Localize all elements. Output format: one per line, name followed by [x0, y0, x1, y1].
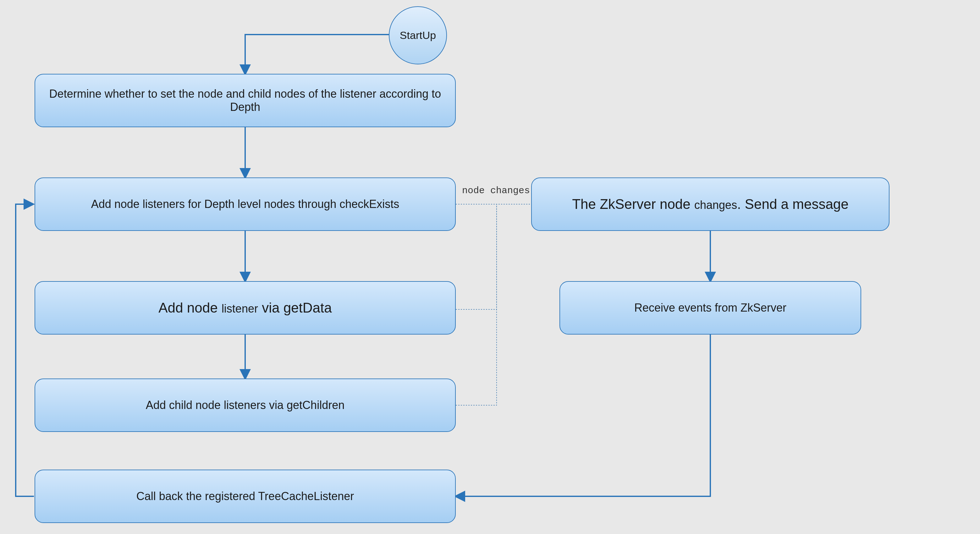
node-get-children-label: Add child node listeners via getChildren — [146, 399, 344, 412]
node-receive-events: Receive events from ZkServer — [560, 281, 861, 335]
node-zkserver-change: The ZkServer node changes. Send a messag… — [531, 178, 889, 231]
node-check-exists-label: Add node listeners for Depth level nodes… — [91, 197, 399, 211]
node-get-data-label: Add node listener via getData — [158, 300, 332, 316]
node-determine-label: Determine whether to set the node and ch… — [44, 87, 446, 114]
node-determine: Determine whether to set the node and ch… — [35, 74, 456, 127]
node-check-exists: Add node listeners for Depth level nodes… — [35, 178, 456, 231]
node-get-children: Add child node listeners via getChildren — [35, 378, 456, 432]
node-callback-label: Call back the registered TreeCacheListen… — [137, 490, 354, 503]
node-zkserver-change-label: The ZkServer node changes. Send a messag… — [572, 196, 849, 212]
node-receive-events-label: Receive events from ZkServer — [634, 301, 786, 315]
node-get-data: Add node listener via getData — [35, 281, 456, 335]
node-callback: Call back the registered TreeCacheListen… — [35, 470, 456, 523]
node-startup: StartUp — [389, 6, 447, 64]
flowchart-canvas: StartUp Determine whether to set the nod… — [0, 0, 980, 534]
node-startup-label: StartUp — [400, 29, 436, 41]
edge-label-node-changes: node changes — [462, 185, 530, 196]
